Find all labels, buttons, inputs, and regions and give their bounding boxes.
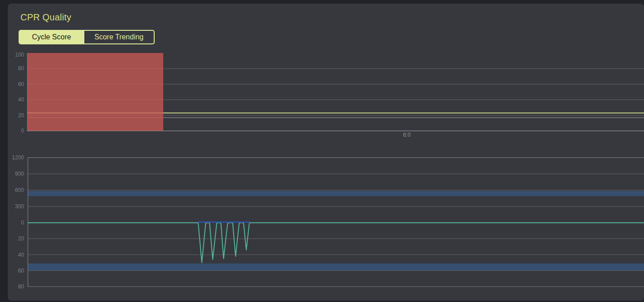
axis-tick-label: 6:0	[403, 132, 411, 138]
cpr-quality-page: CPR Quality Cycle Score Score Trending 1…	[0, 0, 644, 302]
axis-tick-label: 0	[21, 128, 24, 134]
axis-tick-label: 1200	[12, 154, 24, 161]
axis-tick-label: 60	[18, 268, 24, 274]
alert-region	[27, 53, 163, 131]
upper-target-band	[28, 191, 644, 196]
axis-tick-label: 100	[15, 52, 24, 58]
depth-line	[28, 223, 644, 263]
axis-tick-label: 60	[18, 81, 24, 87]
lower-target-band	[28, 264, 644, 271]
axis-tick-label: 300	[15, 203, 24, 210]
axis-tick-label: 40	[18, 252, 24, 258]
axis-tick-label: 20	[18, 235, 24, 242]
axis-tick-label: 80	[18, 283, 24, 290]
axis-tick-label: 20	[18, 112, 24, 119]
axis-tick-label: 0	[21, 220, 24, 226]
axis-tick-label: 40	[18, 96, 24, 103]
cpr-charts-canvas: 1008060402006:01200900600300020406080	[0, 0, 644, 302]
axis-tick-label: 80	[18, 65, 24, 72]
axis-tick-label: 600	[15, 187, 24, 193]
axis-tick-label: 900	[15, 171, 24, 177]
